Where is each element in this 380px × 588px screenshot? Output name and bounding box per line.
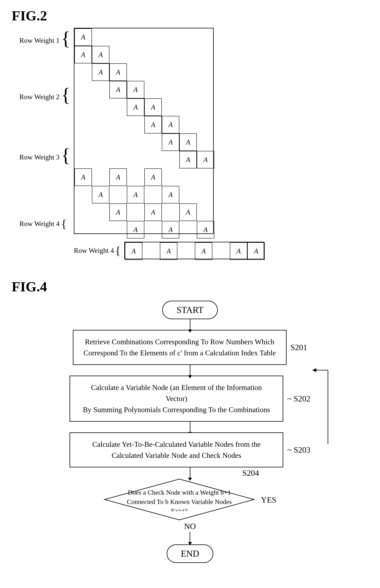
grid-cell: A bbox=[109, 168, 127, 186]
s201-label: S201 bbox=[290, 343, 307, 352]
grid-cell: A bbox=[197, 151, 214, 168]
grid-cell: A bbox=[179, 151, 197, 168]
grid-cell: A bbox=[125, 242, 142, 260]
grid-cell: A bbox=[197, 221, 214, 238]
fig2-section: FIG.2 Row Weight 1 { Row Weight 2 { Row … bbox=[12, 8, 368, 259]
grid-cell: A bbox=[162, 116, 179, 133]
arrow-start-s201 bbox=[190, 319, 190, 330]
row-weight-2-label: Row Weight 2 { bbox=[19, 88, 70, 106]
row-weight-3-label: Row Weight 3 { bbox=[19, 148, 70, 166]
arrow-s203-s204 bbox=[190, 467, 190, 478]
fig4-title: FIG.4 bbox=[12, 279, 368, 295]
grid-cell: A bbox=[179, 204, 197, 221]
grid-cell: A bbox=[162, 186, 179, 204]
row-weight-4-label-bottom: Row Weight 4 { bbox=[74, 245, 122, 256]
arrow-s201-s202 bbox=[190, 365, 190, 376]
grid-cell: A bbox=[162, 221, 179, 238]
grid-cell: A bbox=[162, 133, 179, 151]
grid-cell: A bbox=[247, 242, 265, 260]
grid-cell: A bbox=[230, 242, 247, 260]
s203-box: Calculate Yet-To-Be-Calculated Variable … bbox=[70, 432, 283, 467]
grid-cell: A bbox=[179, 133, 197, 151]
arrow-s202-s203 bbox=[190, 422, 190, 432]
end-node: END bbox=[167, 545, 213, 563]
grid-cell: A bbox=[160, 242, 177, 260]
row-weight-1-label: Row Weight 1 { bbox=[19, 32, 70, 49]
grid-cell: A bbox=[127, 221, 144, 238]
s203-label: ~ S203 bbox=[287, 445, 310, 455]
grid-cell: A bbox=[144, 98, 162, 116]
grid-cell: A bbox=[144, 204, 162, 221]
grid-cell: A bbox=[75, 168, 92, 186]
grid-cell: A bbox=[92, 46, 109, 63]
loop-back-arrow bbox=[310, 368, 345, 444]
grid-cell: A bbox=[109, 204, 127, 221]
grid-cell: A bbox=[92, 63, 109, 81]
grid-cell: A bbox=[127, 186, 144, 204]
grid-cell: A bbox=[92, 186, 109, 204]
fig4-section: FIG.4 START Retrieve Combinations Corres… bbox=[12, 279, 368, 563]
arrow-s204-end bbox=[190, 532, 190, 543]
row-weight-4-label: Row Weight 4 { bbox=[19, 218, 67, 229]
grid-cell: A bbox=[144, 116, 162, 133]
grid-cell: A bbox=[144, 168, 162, 186]
yes-label: YES bbox=[261, 495, 276, 504]
grid-cell: A bbox=[127, 98, 144, 116]
fig2-title: FIG.2 bbox=[12, 8, 368, 24]
grid-cell: A bbox=[195, 242, 212, 260]
start-node: START bbox=[162, 301, 218, 319]
s201-box: Retrieve Combinations Corresponding To R… bbox=[73, 330, 286, 365]
s202-box: Calculate a Variable Node (an Element of… bbox=[70, 376, 283, 422]
fig2-grid: A A A A A A A A A A A A A A A A bbox=[74, 28, 214, 234]
no-label: NO bbox=[184, 522, 196, 531]
grid-cell: A bbox=[109, 81, 127, 98]
s202-label: ~ S202 bbox=[287, 394, 310, 403]
grid-cell: A bbox=[127, 81, 144, 98]
grid-cell: A bbox=[109, 63, 127, 81]
s204-diamond: Does a Check Node with a Weight b+1Conne… bbox=[104, 478, 255, 521]
svg-marker-2 bbox=[312, 368, 316, 372]
grid-cell: A bbox=[75, 46, 92, 63]
grid-cell: A bbox=[75, 28, 92, 46]
s204-label: S204 bbox=[242, 468, 259, 478]
